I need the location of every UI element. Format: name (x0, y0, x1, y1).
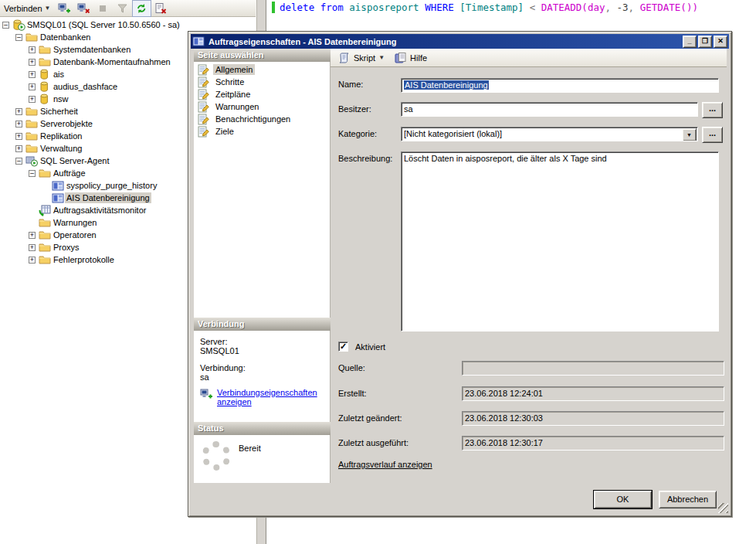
page-item-warnungen[interactable]: Warnungen (194, 100, 330, 113)
page-item-schritte[interactable]: Schritte (194, 76, 330, 88)
expand-icon[interactable]: + (15, 121, 22, 128)
expand-icon[interactable]: + (29, 83, 36, 90)
disconnect-icon (77, 2, 90, 15)
folder-icon (39, 216, 52, 229)
folder-icon (25, 142, 39, 155)
chevron-down-icon: ▼ (45, 5, 51, 12)
cancel-button[interactable]: Abbrechen (659, 491, 717, 508)
expand-icon[interactable]: + (29, 46, 36, 53)
change-tracking-bar (272, 2, 275, 13)
refresh-button[interactable] (132, 0, 151, 17)
expand-icon[interactable]: + (29, 257, 36, 264)
pages-header: Seite auswählen (194, 49, 331, 62)
connection-label: Verbindung: (194, 355, 330, 372)
owner-input[interactable]: sa (401, 102, 698, 117)
created-field: 23.06.2018 12:24:01 (462, 386, 724, 401)
help-button[interactable]: Hilfe (391, 49, 430, 66)
script-button[interactable]: Skript ▼ (334, 49, 388, 66)
disconnect-button[interactable] (74, 0, 93, 17)
maximize-button[interactable]: ❐ (698, 36, 712, 48)
folder-icon (39, 253, 52, 266)
owner-browse-button[interactable]: ... (702, 102, 723, 118)
status-text: Bereit (239, 441, 261, 453)
connect-button[interactable] (55, 0, 74, 17)
executed-field: 23.06.2018 12:30:17 (462, 436, 724, 450)
expand-icon[interactable]: + (29, 244, 36, 251)
job-icon (52, 192, 65, 204)
owner-label: Besitzer: (338, 104, 371, 114)
server-db-icon (12, 19, 25, 31)
close-button[interactable]: ✕ (714, 36, 727, 48)
tree-item-label: Datenbank-Momentaufnahmen (52, 56, 172, 67)
toolbar-icon-group (55, 0, 171, 17)
dialog-left-pane: Seite auswählen AllgemeinSchritteZeitplä… (194, 49, 331, 512)
expand-icon[interactable]: + (15, 108, 22, 115)
sql-token: GETDATE()) (640, 2, 698, 13)
expand-icon[interactable]: + (29, 59, 36, 66)
dialog-toolbar: Skript ▼ Hilfe (331, 49, 727, 67)
script-error-icon (154, 2, 168, 15)
database-icon (39, 93, 52, 105)
folder-icon (39, 167, 52, 179)
tree-item-label: nsw (52, 94, 70, 104)
tree-item-label: syspolicy_purge_history (65, 180, 158, 191)
stop-button[interactable] (93, 0, 113, 17)
tree-item-label: Sicherheit (39, 106, 80, 117)
dropdown-arrow-icon[interactable]: ▼ (682, 128, 697, 141)
tree-item-label: Fehlerprotokolle (52, 254, 116, 265)
expand-icon[interactable]: + (29, 96, 36, 103)
description-textarea[interactable]: Löscht Daten in aisposreport, die älter … (401, 151, 719, 332)
description-label: Beschreibung: (338, 154, 392, 163)
folder-icon (25, 105, 39, 117)
folder-icon (39, 229, 52, 241)
tree-item-label: Datenbanken (39, 32, 92, 42)
filter-icon (116, 2, 129, 15)
tree-item-label: Verwaltung (39, 143, 83, 154)
page-icon (197, 63, 210, 76)
expand-icon[interactable]: + (15, 145, 22, 152)
sql-token: delete from (280, 2, 349, 13)
filter-button[interactable] (113, 0, 132, 17)
tree-item-label: SMSQL01 (SQL Server 10.50.6560 - sa) (25, 19, 181, 30)
tree-item-smsql01-sql-server-10-50-6560-[interactable]: –SMSQL01 (SQL Server 10.50.6560 - sa) (0, 19, 256, 31)
connect-dropdown-button[interactable]: Verbinden ▼ (1, 0, 53, 17)
name-input[interactable]: AIS Datenbereinigung (401, 78, 719, 93)
minimize-button[interactable]: _ (683, 36, 697, 48)
ok-button[interactable]: OK (594, 491, 652, 508)
page-item-benachrichtigungen[interactable]: Benachrichtigungen (194, 113, 330, 125)
collapse-icon[interactable]: – (29, 170, 36, 177)
connection-properties-link[interactable]: Verbindungseigenschaften anzeigen (217, 388, 325, 406)
help-button-label: Hilfe (410, 53, 427, 63)
job-properties-dialog: Auftragseigenschaften - AIS Datenbereini… (188, 31, 732, 517)
connection-value: sa (194, 372, 330, 382)
script-error-button[interactable] (151, 0, 171, 17)
tree-item-label: Operatoren (52, 230, 98, 240)
folder-icon (39, 43, 52, 56)
collapse-icon[interactable]: – (2, 22, 9, 29)
sql-token: , (605, 2, 616, 13)
expand-icon[interactable]: + (15, 133, 22, 140)
enabled-checkbox[interactable]: ✓ (338, 342, 348, 352)
resize-grip[interactable] (718, 503, 728, 513)
expand-icon[interactable]: + (29, 71, 36, 78)
page-item-zeitpläne[interactable]: Zeitpläne (194, 88, 330, 100)
tree-item-label: Systemdatenbanken (52, 44, 132, 55)
page-item-allgemein[interactable]: Allgemein (194, 63, 330, 76)
page-icon (197, 113, 210, 125)
source-label: Quelle: (338, 363, 365, 372)
page-item-label: Allgemein (213, 64, 255, 75)
dialog-titlebar[interactable]: Auftragseigenschaften - AIS Datenbereini… (191, 34, 729, 49)
help-book-icon (394, 52, 407, 64)
category-dropdown[interactable]: [Nicht kategorisiert (lokal)] ▼ (401, 127, 698, 141)
monitor-icon (39, 204, 52, 216)
category-browse-button[interactable]: ... (702, 127, 723, 143)
job-history-link[interactable]: Auftragsverlauf anzeigen (338, 460, 432, 469)
page-item-ziele[interactable]: Ziele (194, 125, 330, 138)
expand-icon[interactable]: + (29, 232, 36, 239)
collapse-icon[interactable]: – (15, 34, 22, 41)
refresh-icon (135, 2, 148, 15)
progress-ring-icon (202, 441, 231, 471)
collapse-icon[interactable]: – (15, 158, 22, 165)
sql-token: [Timestamp] (459, 2, 529, 13)
database-icon (39, 68, 52, 80)
